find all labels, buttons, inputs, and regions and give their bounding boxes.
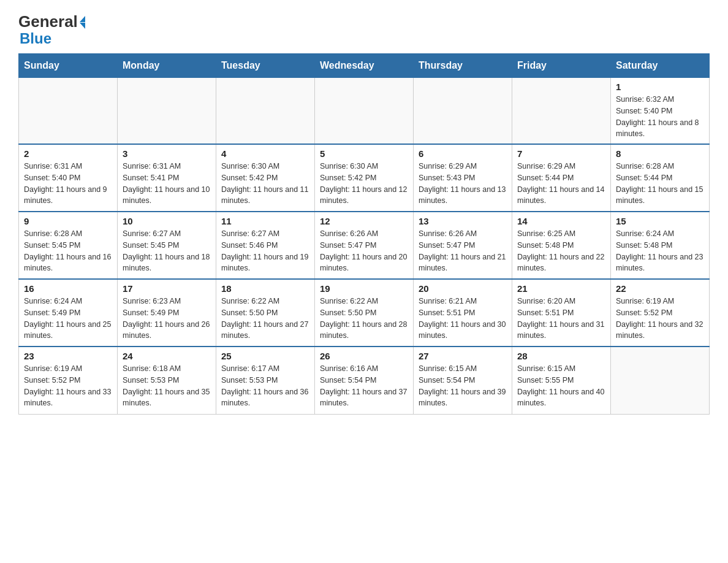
logo-blue-label: Blue bbox=[20, 30, 51, 47]
calendar-cell: 28Sunrise: 6:15 AMSunset: 5:55 PMDayligh… bbox=[512, 347, 611, 414]
calendar-cell: 3Sunrise: 6:31 AMSunset: 5:41 PMDaylight… bbox=[118, 144, 216, 212]
day-info: Sunrise: 6:31 AMSunset: 5:40 PMDaylight:… bbox=[24, 161, 112, 207]
day-info: Sunrise: 6:19 AMSunset: 5:52 PMDaylight:… bbox=[24, 363, 112, 409]
day-number: 14 bbox=[517, 216, 605, 226]
calendar-cell: 9Sunrise: 6:28 AMSunset: 5:45 PMDaylight… bbox=[19, 212, 118, 279]
day-number: 7 bbox=[517, 148, 605, 159]
calendar-cell: 27Sunrise: 6:15 AMSunset: 5:54 PMDayligh… bbox=[414, 347, 512, 414]
calendar-cell bbox=[611, 347, 710, 414]
calendar-cell: 13Sunrise: 6:26 AMSunset: 5:47 PMDayligh… bbox=[414, 212, 512, 279]
day-info: Sunrise: 6:27 AMSunset: 5:45 PMDaylight:… bbox=[123, 228, 211, 274]
day-info: Sunrise: 6:30 AMSunset: 5:42 PMDaylight:… bbox=[320, 161, 408, 207]
logo-main-line: General bbox=[18, 12, 85, 31]
week-row-3: 9Sunrise: 6:28 AMSunset: 5:45 PMDaylight… bbox=[19, 212, 710, 279]
logo-arrow-up bbox=[80, 16, 85, 22]
day-info: Sunrise: 6:17 AMSunset: 5:53 PMDaylight:… bbox=[221, 363, 309, 409]
calendar-cell: 19Sunrise: 6:22 AMSunset: 5:50 PMDayligh… bbox=[315, 279, 414, 347]
day-info: Sunrise: 6:21 AMSunset: 5:51 PMDaylight:… bbox=[419, 296, 507, 342]
day-number: 23 bbox=[24, 351, 112, 361]
day-number: 3 bbox=[123, 148, 211, 159]
calendar-cell: 1Sunrise: 6:32 AMSunset: 5:40 PMDaylight… bbox=[611, 78, 710, 145]
day-number: 13 bbox=[419, 216, 507, 226]
weekday-header-sunday: Sunday bbox=[19, 54, 118, 78]
calendar-table: SundayMondayTuesdayWednesdayThursdayFrid… bbox=[18, 53, 710, 415]
calendar-cell: 8Sunrise: 6:28 AMSunset: 5:44 PMDaylight… bbox=[611, 144, 710, 212]
day-number: 16 bbox=[24, 283, 112, 294]
day-info: Sunrise: 6:32 AMSunset: 5:40 PMDaylight:… bbox=[616, 94, 704, 140]
calendar-cell bbox=[118, 78, 216, 145]
weekday-header-wednesday: Wednesday bbox=[315, 54, 414, 78]
calendar-cell: 5Sunrise: 6:30 AMSunset: 5:42 PMDaylight… bbox=[315, 144, 414, 212]
day-info: Sunrise: 6:26 AMSunset: 5:47 PMDaylight:… bbox=[320, 228, 408, 274]
weekday-header-row: SundayMondayTuesdayWednesdayThursdayFrid… bbox=[19, 54, 710, 78]
day-info: Sunrise: 6:29 AMSunset: 5:43 PMDaylight:… bbox=[419, 161, 507, 207]
day-number: 15 bbox=[616, 216, 704, 226]
calendar-cell: 7Sunrise: 6:29 AMSunset: 5:44 PMDaylight… bbox=[512, 144, 611, 212]
day-number: 6 bbox=[419, 148, 507, 159]
logo: General Blue bbox=[18, 12, 85, 47]
calendar-cell: 21Sunrise: 6:20 AMSunset: 5:51 PMDayligh… bbox=[512, 279, 611, 347]
day-info: Sunrise: 6:27 AMSunset: 5:46 PMDaylight:… bbox=[221, 228, 309, 274]
day-number: 9 bbox=[24, 216, 112, 226]
calendar-cell: 15Sunrise: 6:24 AMSunset: 5:48 PMDayligh… bbox=[611, 212, 710, 279]
day-number: 18 bbox=[221, 283, 309, 294]
day-number: 24 bbox=[123, 351, 211, 361]
calendar-cell: 16Sunrise: 6:24 AMSunset: 5:49 PMDayligh… bbox=[19, 279, 118, 347]
day-number: 1 bbox=[616, 82, 704, 92]
day-number: 26 bbox=[320, 351, 408, 361]
day-info: Sunrise: 6:24 AMSunset: 5:48 PMDaylight:… bbox=[616, 228, 704, 274]
day-number: 4 bbox=[221, 148, 309, 159]
calendar-cell: 25Sunrise: 6:17 AMSunset: 5:53 PMDayligh… bbox=[216, 347, 315, 414]
calendar-cell: 14Sunrise: 6:25 AMSunset: 5:48 PMDayligh… bbox=[512, 212, 611, 279]
day-info: Sunrise: 6:28 AMSunset: 5:45 PMDaylight:… bbox=[24, 228, 112, 274]
day-info: Sunrise: 6:20 AMSunset: 5:51 PMDaylight:… bbox=[517, 296, 605, 342]
logo-general-text: General bbox=[18, 12, 78, 31]
day-number: 17 bbox=[123, 283, 211, 294]
day-info: Sunrise: 6:24 AMSunset: 5:49 PMDaylight:… bbox=[24, 296, 112, 342]
calendar-cell: 11Sunrise: 6:27 AMSunset: 5:46 PMDayligh… bbox=[216, 212, 315, 279]
day-info: Sunrise: 6:15 AMSunset: 5:55 PMDaylight:… bbox=[517, 363, 605, 409]
day-info: Sunrise: 6:15 AMSunset: 5:54 PMDaylight:… bbox=[419, 363, 507, 409]
weekday-header-monday: Monday bbox=[118, 54, 216, 78]
day-number: 21 bbox=[517, 283, 605, 294]
weekday-header-friday: Friday bbox=[512, 54, 611, 78]
page-header: General Blue bbox=[18, 12, 710, 47]
day-number: 8 bbox=[616, 148, 704, 159]
calendar-cell: 6Sunrise: 6:29 AMSunset: 5:43 PMDaylight… bbox=[414, 144, 512, 212]
calendar-cell: 24Sunrise: 6:18 AMSunset: 5:53 PMDayligh… bbox=[118, 347, 216, 414]
day-info: Sunrise: 6:31 AMSunset: 5:41 PMDaylight:… bbox=[123, 161, 211, 207]
calendar-cell: 22Sunrise: 6:19 AMSunset: 5:52 PMDayligh… bbox=[611, 279, 710, 347]
logo-arrow-down bbox=[80, 23, 85, 29]
day-number: 22 bbox=[616, 283, 704, 294]
calendar-cell bbox=[512, 78, 611, 145]
day-info: Sunrise: 6:23 AMSunset: 5:49 PMDaylight:… bbox=[123, 296, 211, 342]
calendar-cell: 17Sunrise: 6:23 AMSunset: 5:49 PMDayligh… bbox=[118, 279, 216, 347]
day-number: 12 bbox=[320, 216, 408, 226]
day-number: 11 bbox=[221, 216, 309, 226]
day-number: 5 bbox=[320, 148, 408, 159]
day-number: 2 bbox=[24, 148, 112, 159]
day-info: Sunrise: 6:28 AMSunset: 5:44 PMDaylight:… bbox=[616, 161, 704, 207]
day-info: Sunrise: 6:22 AMSunset: 5:50 PMDaylight:… bbox=[320, 296, 408, 342]
weekday-header-saturday: Saturday bbox=[611, 54, 710, 78]
calendar-cell bbox=[414, 78, 512, 145]
weekday-header-thursday: Thursday bbox=[414, 54, 512, 78]
week-row-2: 2Sunrise: 6:31 AMSunset: 5:40 PMDaylight… bbox=[19, 144, 710, 212]
calendar-cell: 20Sunrise: 6:21 AMSunset: 5:51 PMDayligh… bbox=[414, 279, 512, 347]
calendar-cell: 4Sunrise: 6:30 AMSunset: 5:42 PMDaylight… bbox=[216, 144, 315, 212]
calendar-cell bbox=[216, 78, 315, 145]
day-info: Sunrise: 6:22 AMSunset: 5:50 PMDaylight:… bbox=[221, 296, 309, 342]
calendar-cell bbox=[19, 78, 118, 145]
day-number: 19 bbox=[320, 283, 408, 294]
calendar-cell bbox=[315, 78, 414, 145]
day-number: 20 bbox=[419, 283, 507, 294]
day-number: 27 bbox=[419, 351, 507, 361]
day-number: 25 bbox=[221, 351, 309, 361]
week-row-4: 16Sunrise: 6:24 AMSunset: 5:49 PMDayligh… bbox=[19, 279, 710, 347]
calendar-cell: 18Sunrise: 6:22 AMSunset: 5:50 PMDayligh… bbox=[216, 279, 315, 347]
calendar-cell: 23Sunrise: 6:19 AMSunset: 5:52 PMDayligh… bbox=[19, 347, 118, 414]
day-info: Sunrise: 6:29 AMSunset: 5:44 PMDaylight:… bbox=[517, 161, 605, 207]
day-number: 28 bbox=[517, 351, 605, 361]
week-row-5: 23Sunrise: 6:19 AMSunset: 5:52 PMDayligh… bbox=[19, 347, 710, 414]
calendar-cell: 26Sunrise: 6:16 AMSunset: 5:54 PMDayligh… bbox=[315, 347, 414, 414]
